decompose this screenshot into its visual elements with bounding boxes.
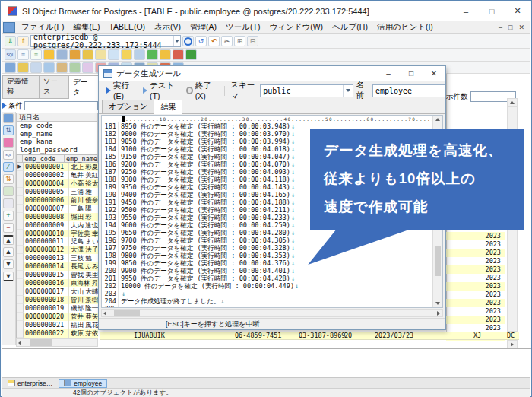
export-row-icon[interactable] [3,186,14,196]
column-item[interactable]: emp_name [17,130,97,138]
table-row[interactable]: 0000000010 宇佐美 幸 [17,230,98,238]
calendar-icon[interactable] [30,62,42,73]
key-icon[interactable] [121,49,132,60]
first-row-icon[interactable]: ▲ [3,235,14,245]
grid-header-emp-name[interactable]: emp_name [65,155,97,162]
ddl-editor-icon[interactable]: ≡ [30,49,42,60]
mdi-close-button[interactable]: ✕ [518,24,524,31]
sql-log-icon[interactable]: SQL [3,150,14,160]
table-row[interactable]: 0000000017 大山 大輔 [17,287,98,296]
scroll-up-icon[interactable] [510,101,515,104]
security-icon[interactable] [95,49,106,60]
menu-item[interactable]: ツール(T) [221,21,264,33]
scrollbar-thumb[interactable] [114,310,140,316]
stop-icon[interactable] [182,36,194,46]
session-icon[interactable] [69,49,81,60]
column-item[interactable]: emp_code [17,122,97,130]
cut-icon[interactable]: ✂ [221,36,233,46]
dialog-maximize-button[interactable]: □ [400,66,423,81]
table-row-under-dialog[interactable]: IJUABUIK 06-4859-7451 03-3187-8969 20 20… [100,332,519,340]
object-list-icon[interactable] [56,49,68,60]
connect-icon[interactable]: ⇓ [5,36,16,46]
connection-combobox[interactable]: enterprisedb @ postgres/20.222.233.172:5… [30,35,181,47]
menu-item[interactable]: ウィンドウ(W) [264,21,328,33]
key-object-icon[interactable] [17,62,29,73]
name-input[interactable]: employee [372,84,445,97]
table-row[interactable]: 0000000021 福田 風花 [17,321,98,329]
column-item[interactable]: emp_kana [17,138,97,146]
tab-options[interactable]: オプション [102,100,154,113]
last-row-icon[interactable]: ▼ [3,272,14,281]
table-row[interactable]: 0000000006 前川 優奈 [17,196,98,205]
copy-icon[interactable]: ⊞ [234,36,245,46]
table-row[interactable]: 0000000019 磯部 隆一 [17,304,98,313]
view-icon[interactable] [43,62,55,73]
compare-icon[interactable] [173,49,184,60]
delete-row-icon[interactable]: − [3,223,14,233]
records-icon[interactable] [3,113,14,123]
grid-horizontal-scrollbar[interactable] [16,338,98,347]
column-item[interactable]: login_password [17,146,97,154]
minimize-button[interactable]: – [453,2,479,21]
table-row[interactable]: 0000000005 三浦 雅 [17,188,98,196]
table-row[interactable]: 0000000020 菅井 亜矢子 [17,313,98,321]
table-row[interactable]: 0000000002 亀井 美紅 [17,171,98,179]
add-row-icon[interactable]: + [3,211,14,221]
scroll-up-icon[interactable] [435,118,440,121]
tab-results[interactable]: 結果 [154,100,182,114]
copy-row-icon[interactable] [3,198,14,208]
table-row[interactable]: 0000000022 萩原 芽依 [17,329,98,338]
menu-item[interactable]: 活用のヒント(I) [372,21,438,33]
table-row[interactable]: 0000000016 東海林 昇 [17,279,98,287]
script-editor-icon[interactable]: ≡ [17,49,29,60]
test-button[interactable]: テスト(T) [140,79,180,102]
dialog-close-button[interactable]: ✕ [423,66,445,81]
dialog-minimize-button[interactable]: – [377,66,400,81]
table-row[interactable]: 0000000015 曽我 美里 [17,271,98,279]
sql-pane[interactable] [2,348,531,377]
sql-editor-icon[interactable]: SQL [5,49,16,60]
filter-icon[interactable]: ⇅ [3,125,14,135]
table-row[interactable]: 0000000009 大内 達也 [17,221,98,230]
menu-item[interactable]: 管理(A) [185,21,221,33]
main-horizontal-scroll-right[interactable] [507,340,518,348]
mdi-minimize-button[interactable]: – [499,24,502,31]
paste-icon[interactable]: ⊟ [247,36,258,46]
reorder-icon[interactable]: ⇅ [3,174,14,184]
dialog-horizontal-scrollbar[interactable] [101,309,443,317]
snapshot-icon[interactable] [160,49,171,60]
tab-source[interactable]: ソース [39,75,69,98]
tab-employee[interactable]: employee [59,379,107,388]
menu-item[interactable]: 編集(E) [68,21,104,33]
menu-item[interactable]: ファイル(F) [17,21,68,33]
scrollbar-thumb[interactable] [435,246,441,276]
table-row[interactable]: 0000000014 長尾 ふみ [17,262,98,271]
scrollbar-thumb[interactable] [30,339,52,346]
next-row-icon[interactable]: ▼ [3,259,14,269]
condition-input[interactable] [24,101,98,110]
undo-icon[interactable]: ↶ [208,36,220,46]
export-icon[interactable] [185,49,197,60]
prev-row-icon[interactable]: ▲ [3,247,14,257]
run-button[interactable]: 実行(E) [103,79,137,102]
condition-run-icon[interactable] [2,103,7,109]
table-row[interactable]: 0000000012 大澤 法子 [17,246,98,254]
tab-definition[interactable]: 定義情報 [2,75,40,98]
table-row[interactable]: 0000000007 三島 陽 [17,205,98,213]
disconnect-icon[interactable]: ⇑ [17,36,29,46]
mdi-restore-button[interactable]: □ [508,24,512,31]
refresh-icon[interactable]: ↺ [195,36,207,46]
table-row[interactable]: 0000000013 三枝 勉 [17,254,98,262]
scroll-left-icon[interactable] [103,311,106,316]
scroll-right-icon[interactable] [437,311,440,316]
employee-grid[interactable]: ▶ 0000000001 北上 彩夏 0000000002 亀井 美紅 0000… [16,163,98,338]
chevron-down-icon[interactable] [343,85,353,97]
table-row[interactable]: 0000000004 小高 裕太 [17,179,98,188]
scroll-down-icon[interactable] [435,302,440,305]
tab-enterprisedb[interactable]: enterprise… [3,379,57,388]
lock-icon[interactable] [82,49,93,60]
recycle-icon[interactable] [147,49,158,60]
edit-pencil-icon[interactable]: ∕ [3,162,14,172]
close-button[interactable]: ✕ [505,2,530,21]
grant-icon[interactable] [134,49,145,60]
